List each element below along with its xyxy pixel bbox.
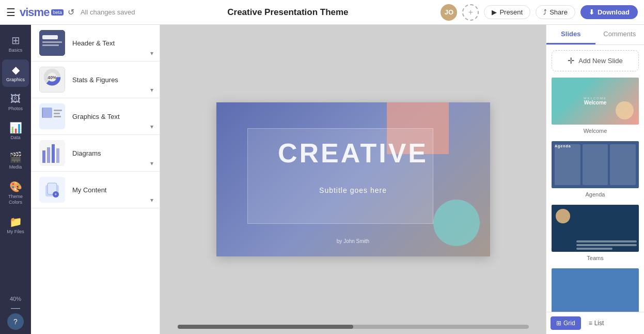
grid-view-button[interactable]: ⊞ Grid (551, 316, 581, 330)
sidebar-item-data[interactable]: 📊 Data (2, 117, 29, 145)
stats-thumbnail: 40% (39, 67, 65, 93)
download-button[interactable]: ⬇ Download (580, 5, 638, 19)
tab-comments[interactable]: Comments (595, 25, 645, 44)
slide-thumb-img-2: WELCOME Welcome (551, 77, 640, 126)
chevron-down-icon: ▾ (150, 50, 153, 57)
horizontal-scrollbar[interactable] (178, 325, 529, 329)
sidebar-item-photos[interactable]: 🖼 Photos (2, 89, 29, 116)
sidebar-item-graphics[interactable]: ◆ Graphics (2, 59, 29, 87)
top-nav: ☰ visme beta ↺ All changes saved Creativ… (0, 0, 644, 25)
slide-label-4: Teams (551, 255, 640, 261)
plain-thumb (552, 268, 639, 312)
nav-right: JO + ▶ Present ⤴ Share ⬇ Download (441, 4, 638, 21)
svg-rect-1 (42, 35, 58, 39)
canvas-area: CREATIVE Subtitle goes here by John Smit… (160, 25, 546, 334)
agenda-thumb: Agenda (552, 141, 639, 188)
chevron-down-icon: ▾ (150, 123, 153, 130)
graphics-text-label: Graphics & Text (72, 113, 120, 120)
tab-slides[interactable]: Slides (546, 25, 595, 44)
main-slide-canvas[interactable]: CREATIVE Subtitle goes here by John Smit… (216, 102, 490, 256)
slides-list: 2 WELCOME Welcome Welcome 3 (546, 77, 644, 312)
share-icon: ⤴ (543, 8, 547, 16)
slide-main-text: CREATIVE (278, 138, 428, 169)
download-icon: ⬇ (589, 8, 594, 16)
svg-rect-15 (42, 150, 45, 163)
header-text-thumb-svg (39, 30, 65, 56)
list-icon: ≡ (589, 320, 592, 327)
panel-item-header-text[interactable]: Header & Text ▾ (31, 25, 160, 62)
slides-panel: Slides Comments ✛ Add New Slide 2 WELCOM… (546, 25, 644, 334)
panel-item-graphics-text[interactable]: Graphics & Text ▾ (31, 98, 160, 135)
scrollbar-thumb[interactable] (178, 325, 353, 329)
panel-item-my-content[interactable]: + My Content ▾ (31, 172, 160, 208)
welcome-large-text: Welcome (584, 100, 607, 105)
header-text-label: Header & Text (72, 39, 115, 47)
add-slide-label: Add New Slide (578, 57, 622, 65)
teams-lines (554, 237, 637, 250)
saved-status: All changes saved (81, 8, 135, 16)
list-view-button[interactable]: ≡ List (583, 316, 610, 330)
panel-item-stats[interactable]: 40% Stats & Figures ▾ (31, 62, 160, 98)
sidebar-item-basics[interactable]: ⊞ Basics (2, 30, 29, 57)
slide-thumbnail-5[interactable]: 5 (551, 267, 640, 312)
slide-thumb-img-5 (551, 267, 640, 312)
play-icon: ▶ (492, 8, 497, 16)
zoom-area: 40% — ? (7, 296, 24, 334)
slide-thumb-img-3: Agenda (551, 140, 640, 189)
my-content-thumb-svg: + (39, 177, 65, 203)
logo-beta: beta (51, 9, 64, 16)
add-new-slide-button[interactable]: ✛ Add New Slide (552, 50, 639, 71)
add-collaborator-button[interactable]: + (462, 4, 479, 21)
undo-icon[interactable]: ↺ (68, 7, 74, 17)
slide-label-2: Welcome (551, 128, 640, 134)
document-title: Creative Presentation Theme (140, 7, 435, 18)
media-icon: 🎬 (9, 151, 22, 163)
help-button[interactable]: ? (7, 313, 24, 330)
my-files-icon: 📁 (9, 216, 22, 228)
avatar[interactable]: JO (441, 4, 457, 21)
svg-rect-9 (42, 108, 52, 118)
svg-rect-11 (54, 110, 62, 111)
slide-background (216, 102, 490, 256)
menu-icon[interactable]: ☰ (6, 6, 15, 19)
slide-thumb-img-4 (551, 204, 640, 253)
slide-thumbnail-2[interactable]: 2 WELCOME Welcome Welcome (551, 77, 640, 134)
svg-rect-13 (54, 116, 61, 117)
svg-text:40%: 40% (48, 75, 57, 80)
panel-item-diagrams[interactable]: Diagrams ▾ (31, 135, 160, 172)
content-panel: Header & Text ▾ 40% Stats & Figures ▾ (31, 25, 160, 334)
teams-avatar-circle (556, 209, 570, 223)
main-layout: ⊞ Basics ◆ Graphics 🖼 Photos 📊 Data 🎬 Me… (0, 25, 644, 334)
logo-text: visme (20, 6, 49, 19)
svg-rect-17 (52, 144, 55, 163)
share-button[interactable]: ⤴ Share (536, 5, 575, 19)
logo: visme beta (20, 6, 64, 19)
slide-subtitle: Subtitle goes here (319, 186, 387, 194)
zoom-minus-icon[interactable]: — (11, 303, 20, 312)
stats-label: Stats & Figures (72, 76, 118, 84)
icon-sidebar: ⊞ Basics ◆ Graphics 🖼 Photos 📊 Data 🎬 Me… (0, 25, 31, 334)
chevron-down-icon: ▾ (150, 196, 153, 204)
teal-circle-block (433, 200, 480, 246)
slide-author: by John Smith (337, 238, 369, 244)
svg-rect-16 (47, 147, 50, 163)
zoom-percent: 40% (10, 296, 21, 302)
teams-thumb (552, 205, 639, 252)
welcome-thumb: WELCOME Welcome (552, 78, 639, 125)
photos-icon: 🖼 (10, 93, 21, 105)
plus-icon: ✛ (568, 56, 574, 66)
grid-icon: ⊞ (556, 320, 561, 327)
slide-thumbnail-3[interactable]: 3 Agenda Agenda (551, 140, 640, 198)
slide-thumbnail-4[interactable]: 4 Teams (551, 204, 640, 261)
agenda-text: Agenda (555, 144, 571, 148)
sidebar-item-my-files[interactable]: 📁 My Files (2, 211, 29, 239)
sidebar-item-media[interactable]: 🎬 Media (2, 147, 29, 174)
sidebar-item-theme-colors[interactable]: 🎨 Theme Colors (2, 176, 29, 209)
present-button[interactable]: ▶ Present (484, 5, 530, 19)
data-icon: 📊 (9, 122, 22, 134)
slide-label-3: Agenda (551, 191, 640, 198)
slides-tabs: Slides Comments (546, 25, 644, 45)
view-controls: ⊞ Grid ≡ List (546, 312, 644, 334)
svg-rect-2 (42, 41, 62, 43)
my-content-thumbnail: + (39, 177, 65, 203)
